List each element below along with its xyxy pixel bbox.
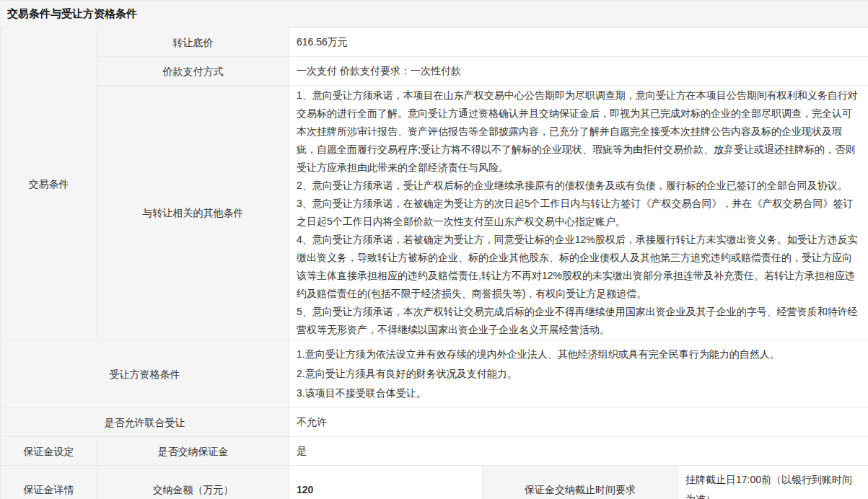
- table-row-payment-method: 价款支付方式 一次支付 价款支付要求：一次性付款: [1, 57, 868, 86]
- table-row-other-conditions: 与转让相关的其他条件 1、意向受让方须承诺，本项目在山东产权交易中心公告期即为尽…: [1, 86, 868, 340]
- row-label-floor-price: 转让底价: [97, 28, 289, 57]
- row-label-deposit-deadline: 保证金交纳截止时间要求: [483, 466, 678, 499]
- group-label-deposit-setting: 保证金设定: [1, 437, 97, 466]
- deposit-deadline-value: 挂牌截止日17:00前（以银行到账时间为准）: [678, 466, 868, 499]
- other-conditions-value: 1、意向受让方须承诺，本项目在山东产权交易中心公告期即为尽职调查期，意向受让方在…: [289, 86, 868, 340]
- floor-price-value: 616.56万元: [289, 28, 868, 57]
- deposit-required-value: 是: [289, 437, 868, 466]
- table-row-deposit-setting: 保证金设定 是否交纳保证金 是: [1, 437, 868, 466]
- joint-transfer-value: 不允许: [289, 408, 868, 437]
- conditions-table: 交易条件 转让底价 616.56万元 价款支付方式 一次支付 价款支付要求：一次…: [0, 27, 868, 499]
- row-label-joint-transfer: 是否允许联合受让: [1, 408, 289, 437]
- transaction-conditions-section: 交易条件与受让方资格条件 交易条件 转让底价 616.56万元 价款支付方式 一…: [0, 0, 868, 499]
- row-label-deposit-required: 是否交纳保证金: [97, 437, 289, 466]
- group-label-deposit-detail: 保证金详情: [1, 466, 97, 499]
- deposit-amount-value: 120: [289, 466, 483, 499]
- row-label-deposit-amount: 交纳金额（万元）: [97, 466, 289, 499]
- row-label-payment-method: 价款支付方式: [97, 57, 289, 86]
- qualification-value: 1.意向受让方须为依法设立并有效存续的境内外企业法人、其他经济组织或具有完全民事…: [289, 340, 868, 408]
- table-row-joint-transfer: 是否允许联合受让 不允许: [1, 408, 868, 437]
- row-label-other-conditions: 与转让相关的其他条件: [97, 86, 289, 340]
- section-title: 交易条件与受让方资格条件: [0, 0, 868, 27]
- row-label-qualification: 受让方资格条件: [1, 340, 289, 408]
- group-label-trade-conditions: 交易条件: [1, 28, 97, 340]
- table-row-deposit-detail: 保证金详情 交纳金额（万元） 120 保证金交纳截止时间要求 挂牌截止日17:0…: [1, 466, 868, 499]
- payment-method-value: 一次支付 价款支付要求：一次性付款: [289, 57, 868, 86]
- table-row-qualification: 受让方资格条件 1.意向受让方须为依法设立并有效存续的境内外企业法人、其他经济组…: [1, 340, 868, 408]
- table-row-floor-price: 交易条件 转让底价 616.56万元: [1, 28, 868, 57]
